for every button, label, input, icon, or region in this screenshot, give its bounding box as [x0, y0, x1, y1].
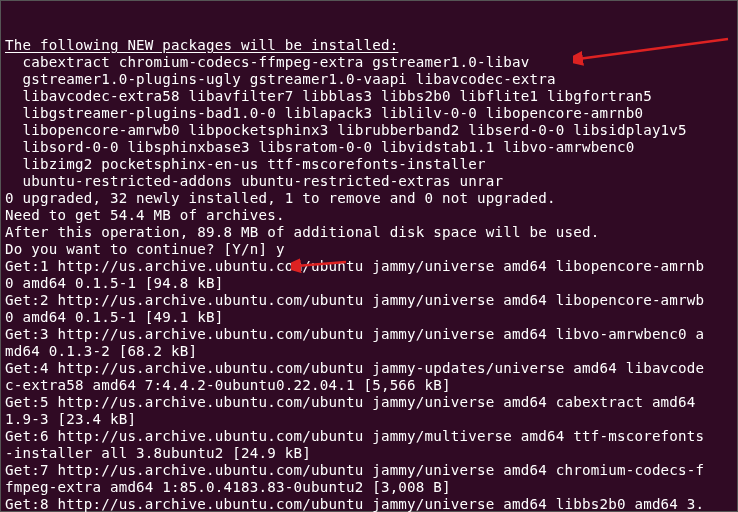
terminal-line: libavcodec-extra58 libavfilter7 libblas3… — [5, 88, 733, 105]
terminal-line: md64 0.1.3-2 [68.2 kB] — [5, 343, 733, 360]
terminal-line: libopencore-amrwb0 libpocketsphinx3 libr… — [5, 122, 733, 139]
terminal-line: Get:4 http://us.archive.ubuntu.com/ubunt… — [5, 360, 733, 377]
terminal-line: Get:1 http://us.archive.ubuntu.com/ubunt… — [5, 258, 733, 275]
terminal-window[interactable]: The following NEW packages will be insta… — [0, 0, 738, 512]
terminal-line: libsord-0-0 libsphinxbase3 libsratom-0-0… — [5, 139, 733, 156]
terminal-line: -installer all 3.8ubuntu2 [24.9 kB] — [5, 445, 733, 462]
terminal-line: gstreamer1.0-plugins-ugly gstreamer1.0-v… — [5, 71, 733, 88]
terminal-line: 0 amd64 0.1.5-1 [49.1 kB] — [5, 309, 733, 326]
terminal-line: 0 amd64 0.1.5-1 [94.8 kB] — [5, 275, 733, 292]
prompt-answer: y — [276, 241, 285, 257]
terminal-line: Get:2 http://us.archive.ubuntu.com/ubunt… — [5, 292, 733, 309]
terminal-line: c-extra58 amd64 7:4.4.2-0ubuntu0.22.04.1… — [5, 377, 733, 394]
terminal-line: 1.9-3 [23.4 kB] — [5, 411, 733, 428]
terminal-line: cabextract chromium-codecs-ffmpeg-extra … — [5, 54, 733, 71]
terminal-line: libzimg2 pocketsphinx-en-us ttf-mscorefo… — [5, 156, 733, 173]
terminal-line: ubuntu-restricted-addons ubuntu-restrict… — [5, 173, 733, 190]
terminal-line: After this operation, 89.8 MB of additio… — [5, 224, 733, 241]
terminal-line: Get:5 http://us.archive.ubuntu.com/ubunt… — [5, 394, 733, 411]
terminal-line: The following NEW packages will be insta… — [5, 37, 733, 54]
terminal-line: Need to get 54.4 MB of archives. — [5, 207, 733, 224]
terminal-line: Get:3 http://us.archive.ubuntu.com/ubunt… — [5, 326, 733, 343]
prompt-question: Do you want to continue? [Y/n] — [5, 241, 276, 257]
terminal-output: The following NEW packages will be insta… — [5, 37, 733, 512]
continue-prompt[interactable]: Do you want to continue? [Y/n] y — [5, 241, 733, 258]
terminal-line: Get:7 http://us.archive.ubuntu.com/ubunt… — [5, 462, 733, 479]
terminal-line: fmpeg-extra amd64 1:85.0.4183.83-0ubuntu… — [5, 479, 733, 496]
terminal-line: 0 upgraded, 32 newly installed, 1 to rem… — [5, 190, 733, 207]
terminal-line: Get:6 http://us.archive.ubuntu.com/ubunt… — [5, 428, 733, 445]
terminal-line: libgstreamer-plugins-bad1.0-0 liblapack3… — [5, 105, 733, 122]
terminal-line: Get:8 http://us.archive.ubuntu.com/ubunt… — [5, 496, 733, 512]
